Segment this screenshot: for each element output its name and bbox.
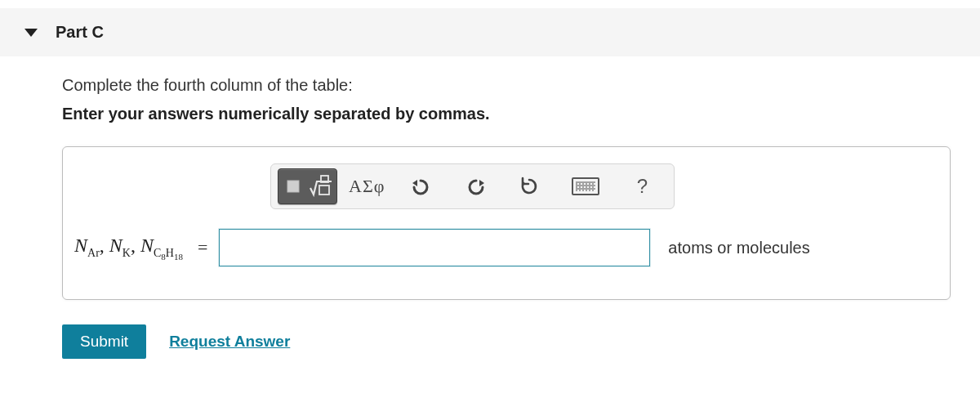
reset-button[interactable] — [504, 169, 555, 204]
answer-panel: ΑΣφ — [62, 146, 951, 300]
fraction-radical-icon — [309, 172, 333, 201]
greek-symbols-button[interactable]: ΑΣφ — [341, 169, 393, 204]
action-row: Submit Request Answer — [62, 324, 980, 359]
request-answer-link[interactable]: Request Answer — [169, 333, 290, 351]
redo-button[interactable] — [450, 169, 501, 204]
prompt-line-2: Enter your answers numerically separated… — [62, 105, 980, 123]
submit-button[interactable]: Submit — [62, 324, 146, 359]
keyboard-button[interactable] — [558, 169, 613, 204]
reset-icon — [519, 177, 539, 196]
caret-down-icon — [24, 29, 38, 37]
variable-label: NAr, NK, NC8H18 — [74, 235, 183, 262]
svg-rect-0 — [287, 181, 299, 192]
undo-button[interactable] — [396, 169, 447, 204]
template-button-group[interactable] — [278, 168, 337, 204]
answer-input[interactable] — [219, 229, 650, 266]
answer-row: NAr, NK, NC8H18 = atoms or molecules — [63, 229, 950, 266]
undo-icon — [411, 177, 432, 195]
blank-template-icon — [282, 172, 306, 201]
prompt-line-1: Complete the fourth column of the table: — [62, 76, 980, 95]
part-header[interactable]: Part C — [0, 8, 980, 56]
equals-sign: = — [198, 237, 207, 258]
equation-toolbar: ΑΣφ — [270, 163, 675, 209]
part-title: Part C — [56, 23, 104, 42]
keyboard-icon — [572, 177, 599, 195]
unit-label: atoms or molecules — [668, 239, 809, 257]
redo-icon — [465, 177, 486, 195]
svg-rect-2 — [319, 186, 329, 195]
help-button[interactable]: ? — [617, 169, 667, 204]
